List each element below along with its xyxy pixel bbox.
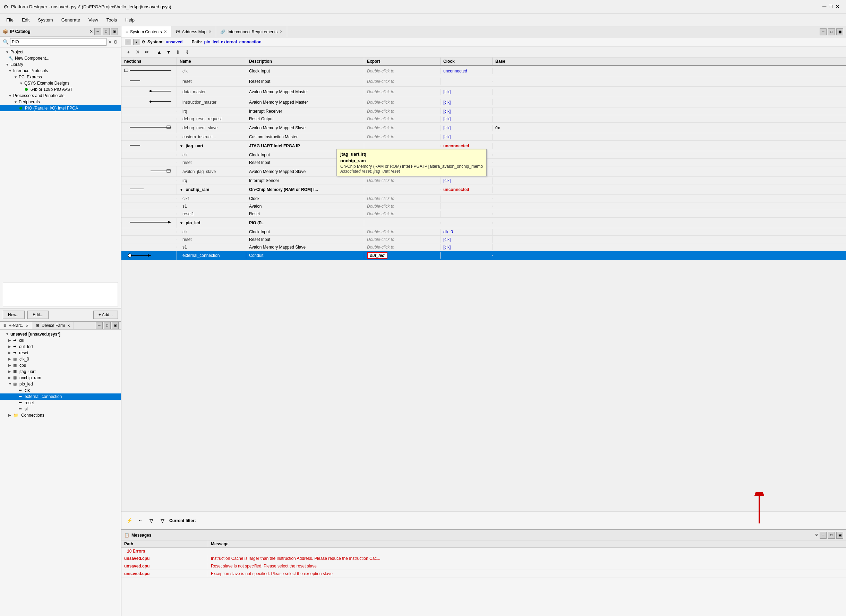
export-cell[interactable]: Double-click to — [364, 78, 441, 85]
export-cell[interactable]: Double-click to — [364, 89, 441, 95]
add-button[interactable]: + Add... — [93, 311, 118, 319]
filter-btn1[interactable]: ⚡ — [125, 516, 133, 525]
tab-interconnect[interactable]: 🔗 Interconnect Requirements ✕ — [216, 26, 287, 37]
hier-maximize-btn[interactable]: □ — [104, 322, 111, 329]
menu-system[interactable]: System — [34, 16, 56, 24]
export-cell[interactable]: out_led — [364, 252, 441, 259]
tree-new-component[interactable]: 🔧 New Component... — [0, 55, 121, 62]
edit-component-btn[interactable]: ✏ — [143, 48, 151, 56]
hier-pio-reset[interactable]: ➡ reset — [0, 400, 121, 406]
nav-up-btn2[interactable]: ▲ — [133, 39, 140, 45]
filter-btn2[interactable]: ~ — [136, 516, 144, 525]
right-minimize-btn[interactable]: ─ — [820, 28, 827, 35]
msg-maximize-btn[interactable]: □ — [828, 532, 835, 539]
message-row[interactable]: unsaved.cpu Reset slave is not specified… — [121, 562, 846, 570]
export-cell[interactable]: Double-click to — [364, 244, 441, 250]
export-cell[interactable]: Double-click to — [364, 134, 441, 140]
filter-btn4[interactable]: ▽ — [158, 516, 166, 525]
export-cell[interactable]: Double-click to — [364, 68, 441, 74]
table-row[interactable]: debug_reset_request Reset Output Double-… — [121, 115, 846, 123]
search-input[interactable] — [10, 38, 106, 46]
tab-system-contents[interactable]: ≡ System Contents ✕ — [121, 26, 171, 37]
move-down-btn[interactable]: ▼ — [164, 48, 173, 56]
hier-minimize-btn[interactable]: ─ — [96, 322, 103, 329]
expand-triangle[interactable]: ▼ — [180, 221, 183, 225]
table-row[interactable]: irq Interrupt Sender Double-click to [cl… — [121, 177, 846, 185]
export-cell[interactable]: Double-click to — [364, 229, 441, 235]
move-bottom-btn[interactable]: ⇓ — [183, 48, 191, 56]
table-row-selected[interactable]: external_connection Conduit out_led — [121, 251, 846, 260]
export-cell[interactable]: Double-click to — [364, 236, 441, 243]
search-settings-btn[interactable]: ⚙ — [113, 39, 118, 45]
hier-out-led[interactable]: ▶ ➡ out_led — [0, 343, 121, 350]
msg-restore-btn[interactable]: ▣ — [836, 532, 843, 539]
selected-export-value[interactable]: out_led — [367, 252, 388, 259]
tree-pci-express[interactable]: ▼ PCI Express — [0, 74, 121, 80]
export-cell[interactable]: Double-click to — [364, 177, 441, 184]
tree-64b-128b[interactable]: 64b or 128b PIO AVST — [0, 86, 121, 92]
new-button[interactable]: New... — [3, 311, 25, 319]
tree-processors-peripherals[interactable]: ▼ Processors and Peripherals — [0, 92, 121, 99]
hier-jtag-uart[interactable]: ▶ ▦ jtag_uart — [0, 368, 121, 375]
table-row[interactable]: clk1 Clock Double-click to — [121, 195, 846, 202]
menu-generate[interactable]: Generate — [58, 16, 84, 24]
nav-up-btn[interactable]: ↑ — [125, 39, 131, 45]
hier-root[interactable]: ▼ unsaved [unsaved.qsys*] — [0, 331, 121, 337]
table-row[interactable]: s1 Avalon Double-click to — [121, 202, 846, 210]
menu-tools[interactable]: Tools — [103, 16, 120, 24]
table-row[interactable]: reset Reset Input Double-click to — [121, 76, 846, 87]
table-row[interactable]: irq Interrupt Receiver Double-click to [… — [121, 107, 846, 115]
menu-file[interactable]: File — [3, 16, 17, 24]
remove-btn[interactable]: ✕ — [134, 48, 142, 56]
export-cell[interactable]: Double-click to — [364, 108, 441, 114]
table-row[interactable]: clk Clock Input Double-click to unconnec… — [121, 66, 846, 76]
table-row[interactable]: data_master Avalon Memory Mapped Master … — [121, 87, 846, 97]
tab-close-address[interactable]: ✕ — [209, 29, 212, 34]
restore-panel-btn[interactable]: ▣ — [111, 28, 118, 35]
table-row[interactable]: instruction_master Avalon Memory Mapped … — [121, 97, 846, 107]
close-icon[interactable]: ✕ — [90, 29, 93, 34]
hier-pio-led[interactable]: ▼ ▦ pio_led — [0, 381, 121, 387]
tree-interface-protocols[interactable]: ▼ Interface Protocols — [0, 67, 121, 74]
maximize-btn[interactable]: □ — [829, 3, 833, 10]
hier-cpu[interactable]: ▶ ▦ cpu — [0, 362, 121, 368]
add-component-btn[interactable]: + — [124, 48, 132, 56]
msg-minimize-btn[interactable]: ─ — [820, 532, 827, 539]
hier-reset[interactable]: ▶ ➡ reset — [0, 350, 121, 356]
hier-clk0[interactable]: ▶ ▦ clk_0 — [0, 356, 121, 362]
hier-pio-sl[interactable]: ➡ sl — [0, 406, 121, 412]
message-row[interactable]: unsaved.cpu Instruction Cache is larger … — [121, 554, 846, 562]
maximize-panel-btn[interactable]: □ — [103, 28, 110, 35]
table-row[interactable]: clk Clock Input Double-click to clk_0 — [121, 228, 846, 236]
tab-close-system[interactable]: ✕ — [164, 29, 167, 34]
menu-view[interactable]: View — [85, 16, 101, 24]
expand-triangle[interactable]: ▼ — [180, 188, 183, 192]
hier-external-connection[interactable]: ➡ external_connection — [0, 393, 121, 400]
minimize-btn[interactable]: ─ — [822, 3, 826, 10]
tab-device-family[interactable]: ⊞ Device Fami ✕ — [32, 322, 74, 329]
minimize-panel-btn[interactable]: ─ — [94, 28, 101, 35]
tree-peripherals[interactable]: ▼ Peripherals — [0, 99, 121, 105]
menu-help[interactable]: Help — [122, 16, 138, 24]
hier-connections[interactable]: ▶ 📁 Connections — [0, 412, 121, 418]
menu-edit[interactable]: Edit — [18, 16, 33, 24]
export-cell[interactable]: Double-click to — [364, 211, 441, 217]
export-cell[interactable] — [364, 145, 441, 147]
search-clear-btn[interactable]: ✕ — [108, 39, 112, 45]
table-row[interactable]: debug_mem_slave Avalon Memory Mapped Sla… — [121, 123, 846, 133]
message-row[interactable]: unsaved.cpu Exception slave is not speci… — [121, 570, 846, 578]
export-cell[interactable] — [364, 222, 441, 224]
hier-pio-clk[interactable]: ➡ clk — [0, 387, 121, 393]
export-cell[interactable] — [364, 189, 441, 190]
table-row[interactable]: s1 Avalon Memory Mapped Slave Double-cli… — [121, 243, 846, 251]
close-btn[interactable]: ✕ — [835, 3, 840, 10]
table-row[interactable]: custom_instructi... Custom Instruction M… — [121, 133, 846, 141]
export-cell[interactable]: Double-click to — [364, 203, 441, 210]
tab-address-map[interactable]: 🗺 Address Map ✕ — [171, 26, 216, 37]
tree-qsys-example[interactable]: ▼ QSYS Example Designs — [0, 80, 121, 86]
right-maximize-btn[interactable]: □ — [828, 28, 835, 35]
tree-pio-intel[interactable]: PIO (Parallel I/O) Intel FPGA — [0, 105, 121, 111]
filter-btn3[interactable]: ▽ — [147, 516, 156, 525]
export-cell[interactable]: Double-click to — [364, 195, 441, 202]
move-top-btn[interactable]: ⇑ — [174, 48, 182, 56]
